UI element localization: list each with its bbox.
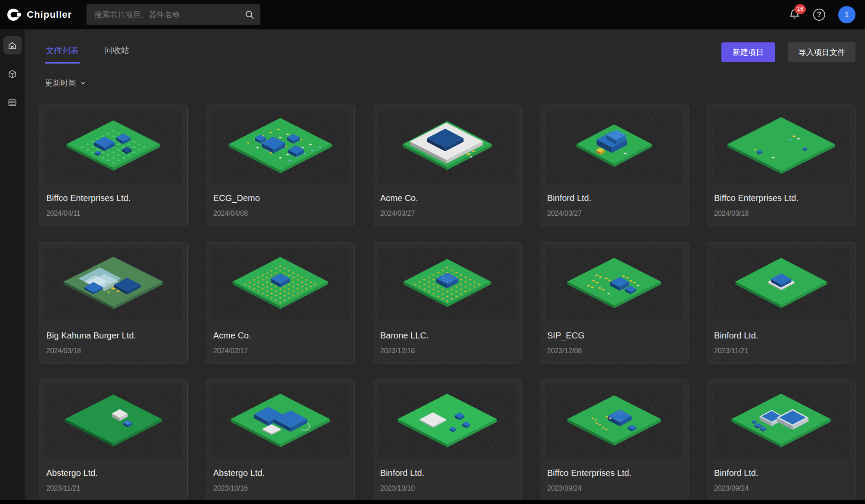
home-icon	[7, 41, 17, 51]
notification-bell-icon[interactable]: 16	[789, 8, 800, 21]
project-card[interactable]: Acme Co. 2024/02/17	[206, 242, 355, 364]
project-name: Binford Ltd.	[547, 193, 681, 203]
sort-label: 更新时间	[45, 78, 76, 88]
project-name: Binford Ltd.	[380, 468, 514, 478]
project-date: 2024/03/27	[380, 210, 514, 217]
project-name: Biffco Enterprises Ltd.	[714, 193, 848, 203]
project-name: Abstergo Ltd.	[46, 468, 180, 478]
project-date: 2024/03/18	[46, 347, 180, 355]
project-thumbnail	[713, 385, 849, 459]
project-date: 2024/02/17	[213, 347, 347, 355]
notification-badge: 16	[795, 4, 806, 14]
sidebar-item-boards[interactable]	[3, 93, 22, 112]
project-name: Binford Ltd.	[714, 331, 848, 341]
project-card[interactable]: ECG_Demo 2024/04/08	[206, 105, 355, 226]
avatar[interactable]: 1	[838, 6, 855, 23]
project-thumbnail	[546, 110, 682, 184]
board-icon	[7, 98, 17, 108]
project-thumbnail	[546, 248, 682, 321]
project-card[interactable]: Binford Ltd. 2023/10/10	[373, 380, 522, 500]
project-date: 2024/03/18	[714, 210, 848, 217]
project-thumbnail	[713, 110, 849, 184]
tab-file-list[interactable]: 文件列表	[45, 42, 80, 64]
help-glyph: ?	[817, 10, 821, 19]
project-date: 2024/03/27	[547, 210, 681, 217]
project-thumbnail	[45, 248, 182, 321]
chipuller-logo-icon	[7, 7, 22, 22]
topbar-right: 16 ? 1	[789, 0, 855, 29]
brand: Chipuller	[7, 7, 89, 22]
project-thumbnail	[379, 248, 516, 321]
project-date: 2023/12/16	[380, 347, 514, 355]
project-thumbnail	[45, 110, 182, 184]
project-card[interactable]: Biffco Enterprises Ltd. 2024/03/18	[707, 105, 855, 226]
project-date: 2023/10/16	[213, 485, 347, 492]
topbar: Chipuller 16 ? 1	[0, 0, 865, 29]
sidebar-item-components[interactable]	[3, 65, 22, 83]
sidebar-item-home[interactable]	[3, 36, 22, 54]
project-card[interactable]: Acme Co. 2024/03/27	[373, 105, 522, 226]
sidebar	[0, 29, 25, 500]
main-content: 文件列表 回收站 新建项目 导入项目文件 更新时间 Biffco Enterpr…	[25, 29, 865, 500]
import-project-button[interactable]: 导入项目文件	[788, 42, 855, 62]
toolbar-actions: 新建项目 导入项目文件	[721, 42, 855, 62]
project-thumbnail	[546, 385, 682, 459]
project-name: Big Kahuna Burger Ltd.	[46, 331, 180, 341]
package-icon	[7, 69, 17, 79]
project-thumbnail	[212, 385, 349, 459]
new-project-button[interactable]: 新建项目	[721, 42, 775, 62]
project-card[interactable]: Big Kahuna Burger Ltd. 2024/03/18	[39, 242, 188, 364]
project-card[interactable]: Binford Ltd. 2023/11/21	[707, 242, 855, 364]
project-name: Barone LLC.	[380, 331, 514, 341]
project-thumbnail	[45, 385, 182, 459]
project-name: Abstergo Ltd.	[213, 468, 347, 478]
project-date: 2023/09/24	[547, 485, 681, 492]
project-name: Acme Co.	[213, 331, 347, 341]
project-card[interactable]: Binford Ltd. 2024/03/27	[540, 105, 689, 226]
project-card[interactable]: Abstergo Ltd. 2023/11/21	[39, 380, 188, 500]
project-card[interactable]: Biffco Enterprises Ltd. 2024/04/11	[39, 105, 188, 226]
project-date: 2023/11/21	[46, 485, 180, 492]
help-icon[interactable]: ?	[813, 9, 825, 21]
bottom-bar	[0, 500, 865, 504]
project-date: 2023/10/10	[380, 485, 514, 492]
project-name: ECG_Demo	[213, 193, 347, 203]
project-thumbnail	[379, 110, 516, 184]
project-name: Biffco Enterprises Ltd.	[46, 193, 180, 203]
project-thumbnail	[212, 110, 349, 184]
project-name: Acme Co.	[380, 193, 514, 203]
project-card[interactable]: Abstergo Ltd. 2023/10/16	[206, 380, 355, 500]
project-thumbnail	[212, 248, 349, 321]
project-grid: Biffco Enterprises Ltd. 2024/04/11 ECG_D…	[39, 105, 855, 500]
project-card[interactable]: Biffco Enterprises Ltd. 2023/09/24	[540, 380, 689, 500]
project-thumbnail	[379, 385, 516, 459]
project-date: 2024/04/08	[213, 210, 347, 217]
brand-name: Chipuller	[27, 9, 72, 20]
project-name: Biffco Enterprises Ltd.	[547, 468, 681, 478]
project-date: 2024/04/11	[46, 210, 180, 217]
project-date: 2023/12/08	[547, 347, 681, 355]
toolbar-row: 文件列表 回收站 新建项目 导入项目文件	[39, 42, 855, 63]
project-name: SIP_ECG	[547, 331, 681, 341]
chevron-down-icon	[80, 80, 86, 86]
project-card[interactable]: Binford Ltd. 2023/09/24	[707, 380, 855, 500]
project-thumbnail	[713, 248, 849, 321]
search-icon[interactable]	[239, 10, 260, 20]
project-date: 2023/11/21	[714, 347, 848, 355]
project-card[interactable]: Barone LLC. 2023/12/16	[373, 242, 522, 364]
project-name: Binford Ltd.	[714, 468, 848, 478]
sort-dropdown[interactable]: 更新时间	[39, 78, 86, 88]
search-box[interactable]	[86, 4, 260, 25]
search-input[interactable]	[86, 4, 239, 25]
project-date: 2023/09/24	[714, 485, 848, 492]
project-card[interactable]: SIP_ECG 2023/12/08	[540, 242, 689, 364]
tabs: 文件列表 回收站	[39, 42, 130, 64]
tab-recycle-bin[interactable]: 回收站	[104, 42, 130, 64]
